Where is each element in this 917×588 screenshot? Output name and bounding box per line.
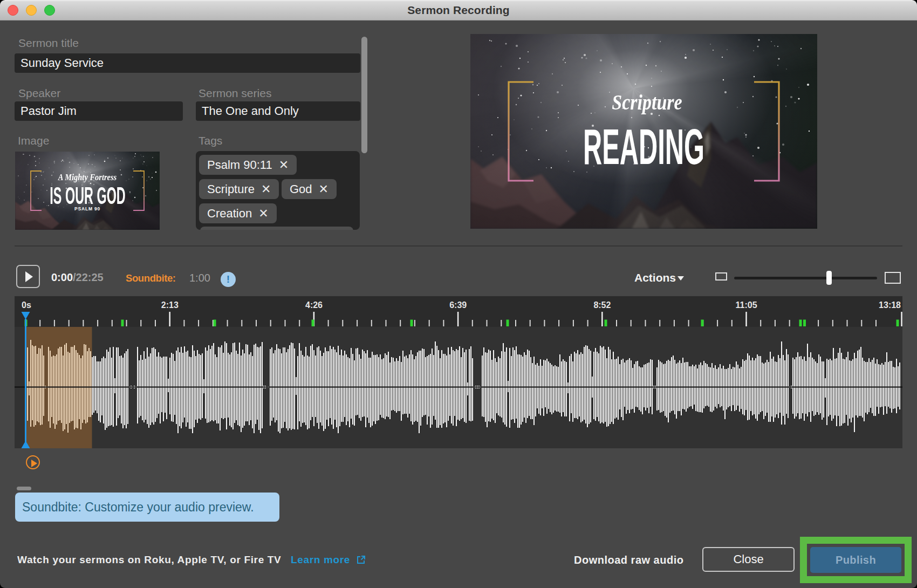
svg-text:2:13: 2:13 xyxy=(161,300,179,310)
svg-text:13:18: 13:18 xyxy=(879,300,901,310)
svg-text:11:05: 11:05 xyxy=(736,300,757,310)
svg-text:8:52: 8:52 xyxy=(593,300,611,310)
svg-text:0s: 0s xyxy=(22,300,31,310)
svg-text:6:39: 6:39 xyxy=(449,300,467,310)
svg-text:4:26: 4:26 xyxy=(305,300,323,310)
